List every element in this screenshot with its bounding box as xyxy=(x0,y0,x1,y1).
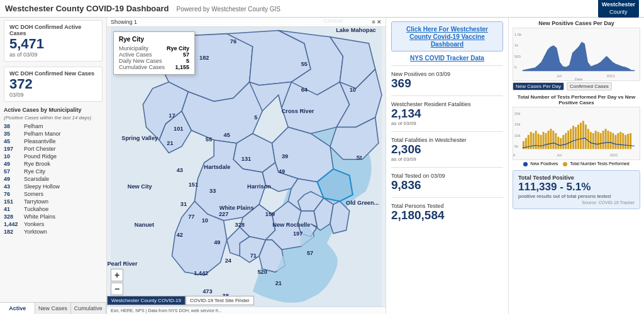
confirmed-active-box: WC DOH Confirmed Active Cases 5,471 as o… xyxy=(4,20,103,62)
nys-tracker-link[interactable]: NYS COVID Tracker Data xyxy=(410,55,484,62)
svg-text:0: 0 xyxy=(513,153,516,157)
total-tested-positive-value: 111,339 - 5.1% xyxy=(518,181,635,193)
map-footer: Esri, HERE, NPS | Data from NYS DOH, web… xyxy=(107,306,386,314)
chart2-legend: New Positives Total Number Tests Perform… xyxy=(513,161,640,166)
list-item: 328White Plains xyxy=(4,213,103,220)
chart1-box: New Positive Cases Per Day 1.5k 1k 500 0… xyxy=(513,20,640,92)
map-showing: Showing 1 xyxy=(111,19,137,25)
list-item: 76Somers xyxy=(4,190,103,198)
bar-tests-13 xyxy=(552,131,554,149)
popup-title: Rye City xyxy=(119,36,189,43)
bar-tests-15 xyxy=(557,137,559,149)
vaccine-link-box[interactable]: Click Here For Westchester County Covid-… xyxy=(391,21,503,51)
svg-text:0: 0 xyxy=(514,65,517,69)
list-item: 38Pelham xyxy=(4,122,103,130)
divider-3 xyxy=(391,131,503,132)
tab-cumulative[interactable]: Cumulative xyxy=(71,303,106,314)
tab-active[interactable]: Active xyxy=(0,303,35,314)
svg-text:1k: 1k xyxy=(514,43,518,47)
municipality-header: Active Cases by Municipality xyxy=(4,107,103,114)
svg-text:Jul: Jul xyxy=(557,74,562,78)
bar-tests-12 xyxy=(550,129,552,149)
municipality-list: Active Cases by Municipality (Positive C… xyxy=(0,104,106,302)
list-item: 41Tuckahoe xyxy=(4,205,103,213)
municipality-sub: (Positive Cases within the last 14 days) xyxy=(4,115,103,121)
legend-label-total-tests: Total Number Tests Performed xyxy=(570,161,629,166)
bar-tests-28 xyxy=(590,132,592,149)
bar-tests-7 xyxy=(538,134,540,149)
list-item: 43Sleepy Hollow xyxy=(4,183,103,190)
map-header: Showing 1 ≡ ✕ xyxy=(107,18,386,27)
list-item: 197Port Chester xyxy=(4,145,103,153)
list-item: 182Yorktown xyxy=(4,228,103,236)
total-persons-value: 2,180,584 xyxy=(391,209,503,222)
municipality-items: 38Pelham35Pelham Manor45Pleasantville197… xyxy=(4,122,103,236)
bar-tests-18 xyxy=(565,133,567,149)
tab-new-cases[interactable]: New Cases xyxy=(35,303,70,314)
chart1-tab-new-cases[interactable]: New Cases Per Day xyxy=(513,82,564,90)
zoom-out[interactable]: − xyxy=(111,283,123,295)
main-content: WC DOH Confirmed Active Cases 5,471 as o… xyxy=(0,18,644,314)
header-logo: Westchester County xyxy=(598,0,639,18)
bar-tests-17 xyxy=(562,135,564,149)
bar-tests-30 xyxy=(595,131,597,149)
svg-text:15k: 15k xyxy=(514,122,521,126)
nys-link-box[interactable]: NYS COVID Tracker Data xyxy=(391,54,503,62)
bar-tests-34 xyxy=(605,129,607,149)
confirmed-new-box: WC DOH Confirmed New Cases 372 03/09 xyxy=(4,67,103,102)
divider-1 xyxy=(391,65,503,66)
bar-tests-16 xyxy=(560,138,562,149)
new-positives-box: New Positives on 03/09 369 xyxy=(391,70,503,92)
chart2-svg: 20k 15k 10k 5k 0 Jul 2021 xyxy=(513,107,640,160)
page-title: Westchester County COVID-19 Dashboard xyxy=(5,4,169,13)
bar-tests-36 xyxy=(609,132,611,149)
svg-text:Jul: Jul xyxy=(557,153,562,157)
bar-tests-42 xyxy=(625,135,626,149)
bar-tests-38 xyxy=(614,135,616,149)
bar-tests-10 xyxy=(545,133,547,149)
legend-dot-new-positives xyxy=(523,162,528,166)
list-item: 45Pleasantville xyxy=(4,138,103,145)
map-tab-test-sites[interactable]: COVID-19 Test Site Finder xyxy=(186,296,254,305)
header-subtitle: Powered by Westchester County GIS xyxy=(177,6,280,13)
bar-tests-43 xyxy=(627,134,629,149)
chart1-title: New Positive Cases Per Day xyxy=(513,20,640,26)
map-zoom: + − xyxy=(111,269,123,295)
popup-active-cases: Active Cases 57 xyxy=(119,51,189,58)
svg-text:2021: 2021 xyxy=(607,74,615,78)
vaccine-link[interactable]: Click Here For Westchester County Covid-… xyxy=(406,26,488,48)
bar-tests-22 xyxy=(575,127,577,149)
svg-text:20k: 20k xyxy=(514,112,521,116)
bar-tests-20 xyxy=(570,129,572,149)
bar-tests-32 xyxy=(600,133,602,149)
svg-text:2021: 2021 xyxy=(609,153,618,157)
chart1-line xyxy=(523,41,635,71)
bar-tests-19 xyxy=(567,131,569,149)
popup-municipality: Municipality Rye City xyxy=(119,45,189,51)
popup-daily-new: Daily New Cases 5 xyxy=(119,58,189,64)
chart1-tab-confirmed[interactable]: Confirmed Cases xyxy=(567,82,612,90)
total-tested-positive-label: Total Tested Positive xyxy=(518,175,635,181)
bar-tests-11 xyxy=(547,131,549,149)
total-tested-box: Total Tested on 03/09 9,836 xyxy=(391,171,503,193)
logo-line2: County xyxy=(602,9,635,16)
map-tab-bar: Westchester County COVID-19 COVID-19 Tes… xyxy=(107,296,254,305)
list-item: 49Rye Brook xyxy=(4,160,103,168)
resident-fatalities-box: Westchester Resident Fatalities 2,134 as… xyxy=(391,100,503,127)
bar-tests-24 xyxy=(580,122,582,149)
map-tab-covid[interactable]: Westchester County COVID-19 xyxy=(107,296,186,305)
total-persons-box: Total Persons Tested 2,180,584 xyxy=(391,202,503,224)
header: Westchester County COVID-19 Dashboard Po… xyxy=(0,0,644,18)
map-controls: ≡ ✕ xyxy=(372,19,382,25)
list-item: 35Pelham Manor xyxy=(4,130,103,138)
list-item: 57Rye City xyxy=(4,168,103,175)
bar-tests-31 xyxy=(597,132,599,149)
map-panel[interactable]: Showing 1 ≡ ✕ Rye City Municipality Rye … xyxy=(107,18,386,314)
zoom-in[interactable]: + xyxy=(111,269,123,281)
confirmed-active-value: 5,471 xyxy=(9,36,97,51)
svg-text:5k: 5k xyxy=(514,144,518,148)
list-item: 1,442Yonkers xyxy=(4,220,103,228)
bar-tests-41 xyxy=(622,133,624,149)
legend-new-positives: New Positives xyxy=(523,161,558,166)
chart1-svg: 1.5k 1k 500 0 Jul 2021 Date xyxy=(513,28,640,80)
